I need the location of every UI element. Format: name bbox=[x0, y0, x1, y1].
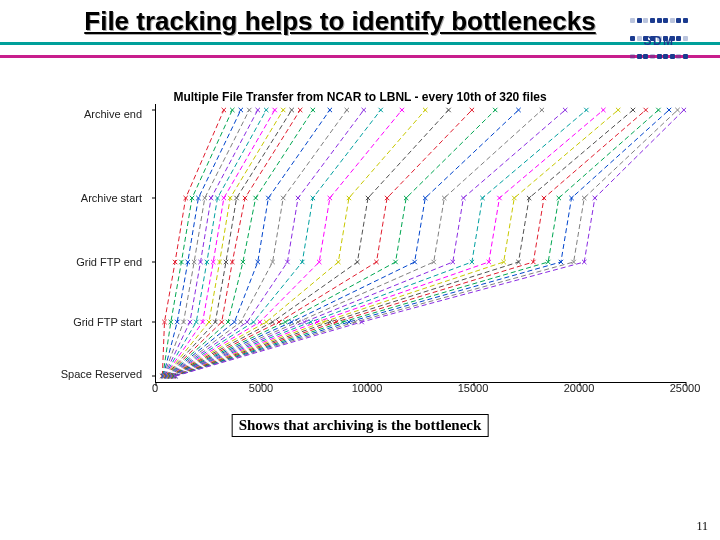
header-rules bbox=[0, 42, 720, 58]
y-axis-labels: Archive end Archive start Grid FTP end G… bbox=[30, 104, 150, 394]
header: File tracking helps to identify bottlene… bbox=[0, 0, 720, 36]
sdm-logo: SDM bbox=[620, 10, 698, 50]
chart-container: Multiple File Transfer from NCAR to LBNL… bbox=[30, 90, 690, 400]
x-tick-label: 20000 bbox=[564, 382, 595, 394]
slide-title: File tracking helps to identify bottlene… bbox=[84, 6, 595, 36]
x-tick-label: 5000 bbox=[249, 382, 273, 394]
sdm-logo-icon bbox=[620, 10, 698, 36]
caption-box: Shows that archiving is the bottleneck bbox=[232, 414, 489, 437]
y-label-archive-end: Archive end bbox=[30, 108, 142, 120]
chart-title: Multiple File Transfer from NCAR to LBNL… bbox=[30, 90, 690, 104]
y-label-archive-start: Archive start bbox=[30, 192, 142, 204]
y-label-gridftp-start: Grid FTP start bbox=[30, 316, 142, 328]
x-tick-label: 10000 bbox=[352, 382, 383, 394]
chart-body: Archive end Archive start Grid FTP end G… bbox=[30, 104, 690, 394]
chart-plot-area bbox=[155, 104, 686, 383]
slide-number: 11 bbox=[696, 519, 708, 534]
x-tick-label: 0 bbox=[152, 382, 158, 394]
x-axis-labels: 0500010000150002000025000 bbox=[155, 382, 685, 396]
x-tick-label: 15000 bbox=[458, 382, 489, 394]
x-tick-label: 25000 bbox=[670, 382, 701, 394]
y-label-space-reserved: Space Reserved bbox=[30, 368, 142, 380]
y-label-gridftp-end: Grid FTP end bbox=[30, 256, 142, 268]
slide: File tracking helps to identify bottlene… bbox=[0, 0, 720, 540]
